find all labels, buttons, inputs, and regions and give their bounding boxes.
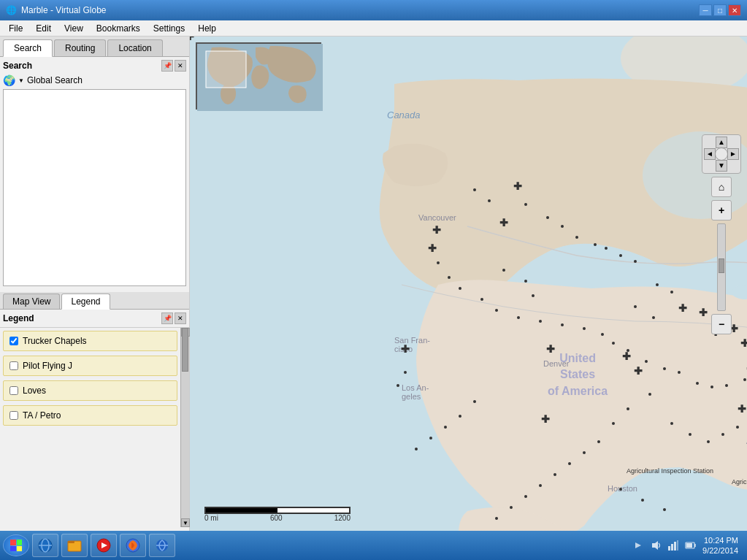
svg-rect-13	[68, 541, 74, 543]
scale-bar-graphic	[204, 507, 350, 514]
mini-map[interactable]	[196, 42, 321, 110]
taskbar-network[interactable]	[149, 534, 175, 557]
svg-rect-22	[671, 544, 673, 551]
nav-center-button[interactable]	[715, 147, 728, 161]
legend-label: Legend	[3, 313, 34, 323]
date-display: 9/22/2014	[702, 545, 738, 556]
ta-petro-checkbox[interactable]	[9, 411, 18, 420]
search-label: Search	[3, 61, 32, 71]
search-type-dropdown[interactable]: ▼	[18, 77, 24, 84]
menu-help[interactable]: Help	[192, 22, 222, 35]
svg-rect-23	[674, 542, 676, 551]
network-tray-icon[interactable]	[667, 540, 679, 551]
system-tray: 10:24 PM 9/22/2014	[632, 535, 744, 556]
pilot-flying-j-label: Pilot Flying J	[23, 361, 72, 371]
clock: 10:24 PM 9/22/2014	[702, 535, 738, 556]
svg-rect-27	[686, 543, 692, 548]
svg-rect-8	[206, 51, 246, 88]
taskbar: 10:24 PM 9/22/2014	[0, 531, 747, 560]
start-button[interactable]	[3, 534, 29, 556]
trucker-chapels-label: Trucker Chapels	[23, 336, 87, 346]
global-search-row: 🌍 ▼ Global Search	[3, 74, 186, 86]
ta-petro-label: TA / Petro	[23, 410, 61, 421]
map-controls: ▲ ◄ ► ▼ ⌂ + −	[702, 134, 741, 334]
legend-scroll-area: Trucker Chapels Pilot Flying J Loves TA …	[0, 328, 189, 527]
nav-pad: ▲ ◄ ► ▼	[702, 134, 741, 174]
title-bar: 🌐 Marble - Virtual Globe ─ □ ✕	[0, 0, 747, 20]
svg-marker-19	[635, 542, 641, 548]
search-pin-button[interactable]: 📌	[161, 60, 173, 72]
global-search-label: Global Search	[27, 75, 83, 85]
legend-scrollbar[interactable]: ▲ ▼	[180, 328, 189, 527]
tab-routing[interactable]: Routing	[54, 39, 106, 56]
svg-rect-24	[677, 540, 678, 551]
menu-bookmarks[interactable]: Bookmarks	[91, 22, 146, 35]
home-button[interactable]: ⌂	[711, 177, 732, 197]
search-results-panel	[3, 89, 186, 286]
legend-items: Trucker Chapels Pilot Flying J Loves TA …	[0, 328, 180, 527]
legend-scroll-thumb[interactable]	[182, 328, 188, 372]
window-controls: ─ □ ✕	[699, 4, 741, 16]
search-close-button[interactable]: ✕	[175, 60, 186, 72]
tab-location[interactable]: Location	[107, 39, 162, 56]
zoom-slider-thumb[interactable]	[719, 258, 724, 273]
nav-down-button[interactable]: ▼	[716, 160, 727, 172]
inspection-label-1: Agricultural Inspection Station	[627, 467, 713, 475]
legend-header-buttons: 📌 ✕	[161, 312, 186, 324]
map-area[interactable]: Canada UnitedStatesof America Vancouver …	[190, 37, 747, 531]
bottom-tab-bar: Map View Legend	[0, 292, 189, 310]
nav-right-button[interactable]: ►	[727, 148, 739, 160]
trucker-chapels-checkbox[interactable]	[9, 337, 18, 345]
svg-marker-20	[652, 541, 658, 550]
taskbar-explorer[interactable]	[61, 534, 88, 557]
menu-file[interactable]: File	[3, 22, 28, 35]
search-header-buttons: 📌 ✕	[161, 60, 186, 72]
legend-scroll-down[interactable]: ▼	[181, 518, 190, 527]
tab-search[interactable]: Search	[3, 39, 53, 57]
left-panel: Search Routing Location Search 📌 ✕ 🌍 ▼ G…	[0, 37, 190, 531]
legend-header: Legend 📌 ✕	[0, 310, 189, 328]
app-title-text: Marble - Virtual Globe	[21, 5, 107, 15]
search-section: Search 📌 ✕ 🌍 ▼ Global Search	[0, 57, 189, 292]
taskbar-ie[interactable]	[32, 534, 58, 557]
legend-item-ta-petro: TA / Petro	[3, 405, 177, 426]
zoom-slider[interactable]	[717, 223, 726, 311]
menu-view[interactable]: View	[58, 22, 89, 35]
zoom-out-button[interactable]: −	[711, 314, 732, 334]
taskbar-media[interactable]	[91, 534, 117, 557]
scale-label-right: 1200	[334, 514, 350, 522]
taskbar-firefox[interactable]	[120, 534, 146, 557]
volume-icon[interactable]	[650, 540, 662, 551]
scale-label-mid: 600	[270, 514, 283, 522]
loves-checkbox[interactable]	[9, 386, 18, 395]
svg-rect-26	[694, 544, 696, 547]
nav-up-button[interactable]: ▲	[716, 137, 727, 148]
scale-bar-labels: 0 mi 600 1200	[204, 514, 350, 522]
minimize-button[interactable]: ─	[699, 4, 712, 16]
battery-icon[interactable]	[685, 540, 697, 551]
pilot-flying-j-checkbox[interactable]	[9, 361, 18, 370]
tab-legend[interactable]: Legend	[61, 294, 110, 310]
time-display: 10:24 PM	[702, 535, 738, 545]
legend-item-loves: Loves	[3, 380, 177, 401]
tray-hide-icon[interactable]	[632, 540, 644, 551]
legend-pin-button[interactable]: 📌	[161, 312, 173, 324]
zoom-in-button[interactable]: +	[711, 200, 732, 220]
app-icon: 🌐	[6, 5, 17, 15]
nav-left-button[interactable]: ◄	[704, 148, 716, 160]
close-button[interactable]: ✕	[728, 4, 741, 16]
maximize-button[interactable]: □	[713, 4, 727, 16]
mini-map-svg	[197, 44, 323, 111]
main-content: Search Routing Location Search 📌 ✕ 🌍 ▼ G…	[0, 37, 747, 531]
scale-label-left: 0 mi	[204, 514, 218, 522]
svg-rect-21	[668, 546, 670, 551]
legend-item-pilot-flying-j: Pilot Flying J	[3, 356, 177, 376]
tab-bar: Search Routing Location	[0, 37, 189, 57]
tab-map-view[interactable]: Map View	[3, 294, 60, 309]
menu-settings[interactable]: Settings	[148, 22, 191, 35]
legend-close-button[interactable]: ✕	[175, 312, 186, 324]
inspection-label-3: Agricultural Inspection Station	[732, 478, 747, 486]
menu-edit[interactable]: Edit	[30, 22, 57, 35]
globe-icon: 🌍	[3, 74, 15, 86]
search-header: Search 📌 ✕	[3, 60, 186, 72]
